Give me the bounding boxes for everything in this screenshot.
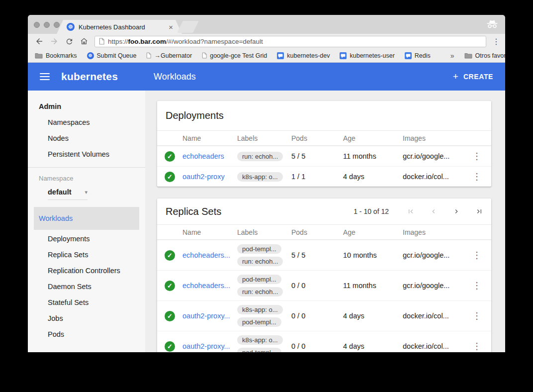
sidebar-item-persistent-volumes[interactable]: Persistent Volumes	[28, 146, 145, 162]
main-content: Deployments Name Labels Pods Age Images …	[145, 91, 505, 352]
browser-menu-icon[interactable]: ⋮	[490, 37, 502, 46]
label-chip: k8s-app: o...	[237, 305, 283, 314]
back-button[interactable]	[33, 35, 46, 48]
bookmark-item[interactable]: →Gubernator	[146, 52, 192, 59]
status-ok-icon: ✓	[165, 311, 175, 321]
other-bookmarks-button[interactable]: Otros favoritos	[464, 52, 505, 59]
pods-cell: 0 / 0	[291, 312, 343, 320]
sidebar-item-replication-controllers[interactable]: Replication Controllers	[28, 263, 145, 279]
sidebar-item-namespaces[interactable]: Namespaces	[28, 114, 145, 130]
bookmark-item[interactable]: Redis	[405, 52, 431, 59]
label-chip: run: echoh...	[237, 287, 283, 296]
kubernetes-logo[interactable]: kubernetes	[61, 71, 118, 83]
replica-sets-table-header: Name Labels Pods Age Images	[157, 224, 491, 240]
bookmark-label: Redis	[415, 52, 431, 59]
folder-icon	[35, 53, 43, 59]
pagination: 1 - 10 of 12	[354, 207, 483, 215]
age-cell: 11 months	[343, 282, 403, 290]
deployment-link[interactable]: oauth2-proxy	[182, 173, 225, 181]
create-button-label: CREATE	[463, 73, 493, 81]
tab-strip: ☸ Kubernetes Dashboard ×	[28, 15, 505, 34]
browser-tab[interactable]: ☸ Kubernetes Dashboard ×	[57, 20, 182, 34]
images-cell: gcr.io/google...	[403, 251, 462, 259]
url-bar[interactable]: https://foo.bar.com/#/workload?namespace…	[94, 36, 486, 47]
images-cell: docker.io/col...	[403, 312, 462, 320]
status-ok-icon: ✓	[165, 341, 175, 352]
forward-button[interactable]	[48, 35, 61, 48]
last-page-button[interactable]	[475, 207, 483, 215]
bookmarks-bar: Bookmarks ☸ Submit Queue →Gubernator goo…	[28, 49, 505, 63]
pods-cell: 0 / 0	[291, 282, 343, 290]
status-ok-icon: ✓	[165, 281, 175, 291]
first-page-button[interactable]	[407, 207, 415, 215]
deployment-link[interactable]: echoheaders	[182, 152, 224, 160]
table-row: ✓ echoheaders... pod-templ... run: echoh…	[157, 240, 491, 270]
bookmark-item[interactable]: kubernetes-dev	[277, 52, 330, 59]
replica-sets-title: Replica Sets	[166, 206, 221, 217]
column-pods: Pods	[291, 228, 343, 236]
column-age: Age	[343, 228, 403, 236]
replica-set-link[interactable]: oauth2-proxy...	[182, 342, 230, 350]
sidebar-item-admin[interactable]: Admin	[28, 98, 145, 114]
replica-set-link[interactable]: oauth2-proxy...	[182, 312, 230, 320]
tab-title: Kubernetes Dashboard	[79, 23, 166, 31]
replica-set-link[interactable]: echoheaders...	[182, 251, 230, 259]
column-age: Age	[343, 134, 403, 142]
row-menu-icon[interactable]: ⋮	[472, 311, 481, 321]
url-scheme: https://	[108, 38, 128, 45]
namespace-label: Namespace	[28, 175, 145, 182]
row-menu-icon[interactable]: ⋮	[472, 341, 481, 351]
replica-set-link[interactable]: echoheaders...	[182, 282, 230, 290]
bookmark-item[interactable]: kubernetes-user	[340, 52, 394, 59]
previous-page-button[interactable]	[430, 207, 438, 215]
sidebar-divider	[28, 167, 145, 168]
sidebar-item-nodes[interactable]: Nodes	[28, 130, 145, 146]
namespace-select[interactable]: default ▾	[48, 188, 88, 200]
sidebar-item-stateful-sets[interactable]: Stateful Sets	[28, 294, 145, 310]
hamburger-menu-icon[interactable]	[40, 73, 50, 80]
row-menu-icon[interactable]: ⋮	[472, 281, 481, 291]
caret-down-icon: ▾	[85, 189, 88, 196]
next-page-button[interactable]	[452, 207, 460, 215]
bookmarks-overflow-icon[interactable]: »	[450, 52, 454, 60]
window-close-button[interactable]	[34, 22, 40, 28]
pods-cell: 0 / 0	[291, 342, 343, 350]
column-images: Images	[403, 228, 462, 236]
reload-button[interactable]	[63, 35, 76, 48]
bookmark-label: Submit Queue	[97, 52, 137, 59]
app-header: kubernetes Workloads + CREATE	[28, 63, 505, 91]
bookmark-item[interactable]: google-gce Test Grid	[202, 52, 267, 59]
bookmark-label: kubernetes-dev	[287, 52, 330, 59]
group-icon	[340, 52, 347, 59]
pods-cell: 5 / 5	[291, 152, 343, 160]
new-tab-button[interactable]	[177, 21, 199, 33]
sidebar-item-workloads[interactable]: Workloads	[34, 207, 139, 230]
bookmark-item[interactable]: Bookmarks	[35, 52, 77, 59]
sidebar-item-deployments[interactable]: Deployments	[28, 231, 145, 247]
sidebar-item-daemon-sets[interactable]: Daemon Sets	[28, 279, 145, 294]
create-button[interactable]: + CREATE	[453, 71, 493, 82]
deployments-title: Deployments	[166, 110, 224, 121]
browser-toolbar: https://foo.bar.com/#/workload?namespace…	[28, 34, 505, 49]
page-icon	[99, 38, 104, 45]
sidebar-item-jobs[interactable]: Jobs	[28, 310, 145, 326]
window-minimize-button[interactable]	[44, 22, 50, 28]
tab-close-icon[interactable]: ×	[169, 23, 173, 31]
page-icon	[202, 52, 207, 59]
bookmark-label: Bookmarks	[46, 52, 77, 59]
status-ok-icon: ✓	[165, 151, 175, 162]
traffic-lights	[34, 22, 60, 28]
bookmark-item[interactable]: ☸ Submit Queue	[87, 52, 137, 59]
row-menu-icon[interactable]: ⋮	[472, 172, 481, 182]
age-cell: 11 months	[343, 152, 403, 160]
images-cell: docker.io/col...	[403, 342, 462, 350]
label-chip: pod-templ...	[237, 244, 281, 254]
row-menu-icon[interactable]: ⋮	[472, 151, 481, 161]
status-ok-icon: ✓	[165, 172, 175, 182]
window-zoom-button[interactable]	[54, 22, 60, 28]
sidebar-item-pods[interactable]: Pods	[28, 326, 145, 342]
sidebar-item-replica-sets[interactable]: Replica Sets	[28, 247, 145, 263]
home-button[interactable]	[78, 35, 90, 48]
table-row: ✓ oauth2-proxy... k8s-app: o... pod-temp…	[157, 331, 491, 352]
row-menu-icon[interactable]: ⋮	[472, 250, 481, 260]
